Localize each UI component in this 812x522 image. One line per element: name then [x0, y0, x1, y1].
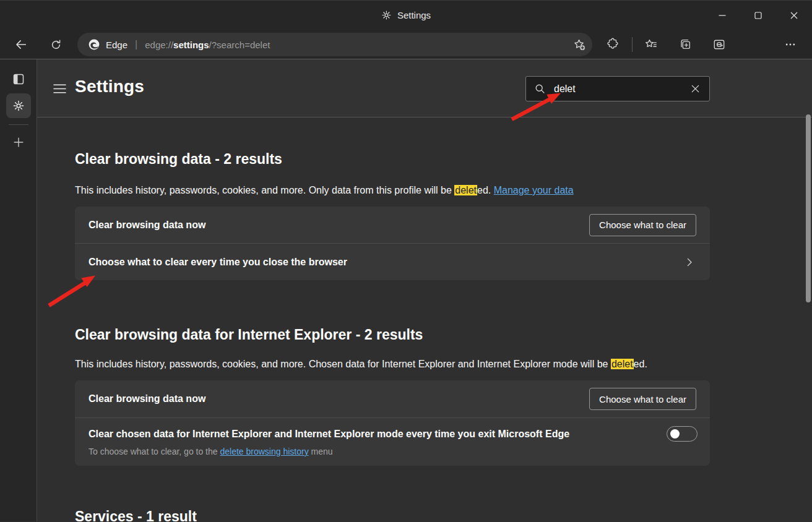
clear-browsing-data-now-row: Clear browsing data now Choose what to c…: [75, 207, 710, 243]
clear-browsing-data-card: Clear browsing data now Choose what to c…: [75, 207, 710, 280]
favorites-button[interactable]: [639, 32, 663, 57]
scrollbar-thumb[interactable]: [806, 114, 811, 302]
search-clear-button[interactable]: [686, 80, 704, 98]
row-label: Clear browsing data now: [89, 220, 589, 231]
app-frame: Settings Clear browsing data - 2 results…: [0, 59, 812, 521]
settings-search-input[interactable]: [546, 83, 686, 95]
refresh-button[interactable]: [43, 32, 68, 57]
section-heading-services: Services - 1 result: [75, 507, 812, 521]
settings-page: Settings Clear browsing data - 2 results…: [37, 59, 812, 521]
description-text: This includes history, passwords, cookie…: [75, 185, 454, 195]
section-description-ie: This includes history, passwords, cookie…: [75, 358, 812, 370]
choose-on-close-row[interactable]: Choose what to clear every time you clos…: [75, 243, 710, 280]
vertical-tab-strip: [0, 59, 37, 521]
row-label: Clear chosen data for Internet Explorer …: [89, 429, 654, 440]
settings-gear-icon: [381, 10, 392, 20]
window-title: Settings: [397, 10, 431, 20]
subtext-suffix: menu: [309, 447, 333, 456]
subtext-prefix: To choose what to clear, go to the: [89, 447, 220, 456]
section-description: This includes history, passwords, cookie…: [75, 184, 812, 196]
description-text: This includes history, passwords, cookie…: [75, 359, 611, 369]
search-icon: [533, 82, 546, 95]
clear-on-exit-toggle[interactable]: [667, 426, 698, 442]
delete-browsing-history-link[interactable]: delete browsing history: [220, 447, 308, 456]
settings-content: Clear browsing data - 2 results This inc…: [37, 118, 812, 521]
address-bar[interactable]: Edge | edge://settings/?search=delet: [77, 33, 592, 56]
toggle-knob: [670, 429, 680, 439]
description-text-after: ed.: [477, 185, 494, 195]
window-controls: [704, 1, 812, 30]
close-button[interactable]: [776, 1, 812, 30]
settings-menu-button[interactable]: [778, 32, 803, 57]
sidebar-divider: [9, 124, 28, 125]
page-title: Settings: [75, 77, 144, 96]
site-info-button[interactable]: Edge: [88, 38, 127, 51]
manage-your-data-link[interactable]: Manage your data: [494, 185, 574, 195]
titlebar[interactable]: Settings: [0, 0, 812, 30]
tab-preview-button[interactable]: [6, 67, 31, 92]
url-query: /?search=delet: [209, 40, 270, 50]
minimize-button[interactable]: [704, 1, 740, 30]
search-match-highlight: delet: [454, 185, 477, 195]
ie-mode-button[interactable]: [707, 32, 732, 57]
clear-browsing-data-now-ie-row: Clear browsing data now Choose what to c…: [75, 380, 710, 417]
collections-button[interactable]: [673, 32, 698, 57]
choose-what-to-clear-button[interactable]: Choose what to clear: [589, 214, 696, 236]
maximize-button[interactable]: [740, 1, 776, 30]
address-separator: |: [135, 39, 137, 50]
row-label: Choose what to clear every time you clos…: [89, 257, 684, 268]
sidebar-tab-settings[interactable]: [6, 93, 31, 118]
row-label: Clear browsing data now: [89, 393, 589, 404]
edge-logo-icon: [88, 38, 100, 51]
url-text: edge://settings/?search=delet: [145, 40, 569, 50]
section-heading-clear-browsing-data: Clear browsing data - 2 results: [75, 150, 812, 168]
add-favorite-button[interactable]: [569, 35, 590, 54]
site-label: Edge: [106, 40, 127, 50]
new-tab-button[interactable]: [6, 130, 31, 155]
settings-page-header: Settings: [37, 59, 812, 118]
url-scheme: edge://: [145, 40, 173, 50]
window-title-group: Settings: [381, 1, 431, 30]
clear-browsing-data-ie-card: Clear browsing data now Choose what to c…: [75, 380, 710, 466]
url-section: settings: [173, 40, 209, 50]
settings-search-box[interactable]: [525, 76, 710, 101]
chevron-right-icon: [684, 257, 695, 268]
description-text-after: ed.: [634, 359, 647, 369]
back-button[interactable]: [9, 32, 33, 57]
clear-on-exit-row: Clear chosen data for Internet Explorer …: [75, 417, 710, 466]
section-heading-clear-browsing-data-ie: Clear browsing data for Internet Explore…: [75, 325, 812, 344]
choose-what-to-clear-ie-button[interactable]: Choose what to clear: [589, 388, 696, 410]
extensions-button[interactable]: [600, 32, 625, 57]
menu-hamburger-button[interactable]: [51, 80, 68, 97]
search-match-highlight: delet: [611, 359, 634, 369]
toolbar-divider: [632, 37, 633, 52]
browser-toolbar: Edge | edge://settings/?search=delet: [0, 30, 812, 59]
row-subtext: To choose what to clear, go to the delet…: [89, 447, 698, 456]
